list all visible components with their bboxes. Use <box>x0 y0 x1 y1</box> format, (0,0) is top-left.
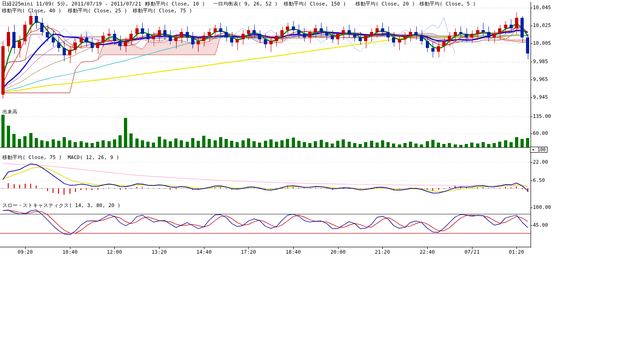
header-indicator-label: 移動平均( Close, 150 ) <box>284 1 346 7</box>
time-axis-tick-label: 14:40 <box>194 250 214 255</box>
header-indicator-label: 移動平均( Close, 40 ) <box>2 8 61 14</box>
time-axis-tick-label: 20:00 <box>328 250 348 255</box>
header-indicator-label: 移動平均( Close, 5 ) <box>419 1 476 7</box>
time-axis-tick-label: 13:20 <box>149 250 169 255</box>
chart-plot-area[interactable] <box>0 0 644 351</box>
volume-panel-separator <box>0 147 531 148</box>
time-axis-tick-label: 18:40 <box>283 250 303 255</box>
time-axis-tick-label: 10:40 <box>60 250 80 255</box>
macd-ma-label: 移動平均( Close, 75 ) <box>2 155 62 160</box>
time-axis-tick-label: 12:00 <box>104 250 124 255</box>
stoch-axis-tick-label: 45.00 <box>533 223 548 228</box>
header-indicator-label: 移動平均( Close, 20 ) <box>355 1 415 7</box>
stochastics-label: スロー・ストキャスティクス( 14, 3, 80, 20 ) <box>2 203 120 208</box>
price-axis-line <box>531 2 531 248</box>
volume-axis-tick-label: 135.00 <box>533 114 551 119</box>
header-indicator-label: 一目均衡表( 9, 26, 52 ) <box>213 1 278 7</box>
time-axis-tick-label: 22:40 <box>417 250 437 255</box>
macd-axis-tick-label: 22.00 <box>533 160 548 165</box>
header-indicator-label: 移動平均( Close, 75 ) <box>133 8 192 14</box>
time-axis-tick-label: 01:20 <box>506 250 526 255</box>
price-axis-tick-label: 9,965 <box>533 77 548 82</box>
price-axis-tick-label: 10,005 <box>533 41 551 46</box>
volume-panel-label: 出来高 <box>2 109 17 115</box>
volume-axis-tick-label: 60.00 <box>533 131 548 136</box>
time-axis-tick-label: 09:20 <box>15 250 35 255</box>
price-axis-tick-label: 9,945 <box>533 95 548 100</box>
time-axis-tick-label: 17:20 <box>238 250 258 255</box>
time-axis-line <box>0 247 531 247</box>
chart-application: 出来高 移動平均( Close, 75 ) MACD( 12, 26, 9 ) … <box>0 0 644 351</box>
price-axis-tick-label: 10,025 <box>533 23 551 28</box>
header-indicator-label: 移動平均( Close, 10 ) <box>145 1 205 7</box>
header-indicator-label: 日経225mini 11/09( 5分, 2011/07/19 - 2011/0… <box>2 1 147 7</box>
time-axis-tick-label: 21:20 <box>372 250 392 255</box>
price-axis-tick-label: 9,985 <box>533 59 548 64</box>
stoch-axis-tick-label: 100.00 <box>533 205 551 210</box>
volume-unit-badge: × 100 <box>530 147 547 153</box>
macd-axis-tick-label: 6.50 <box>533 178 545 183</box>
price-axis-tick-label: 10,045 <box>533 5 551 10</box>
macd-label: MACD( 12, 26, 9 ) <box>68 155 119 160</box>
header-indicator-label: 移動平均( Close, 25 ) <box>68 8 127 14</box>
time-axis-tick-label: 07/21 <box>462 250 482 255</box>
